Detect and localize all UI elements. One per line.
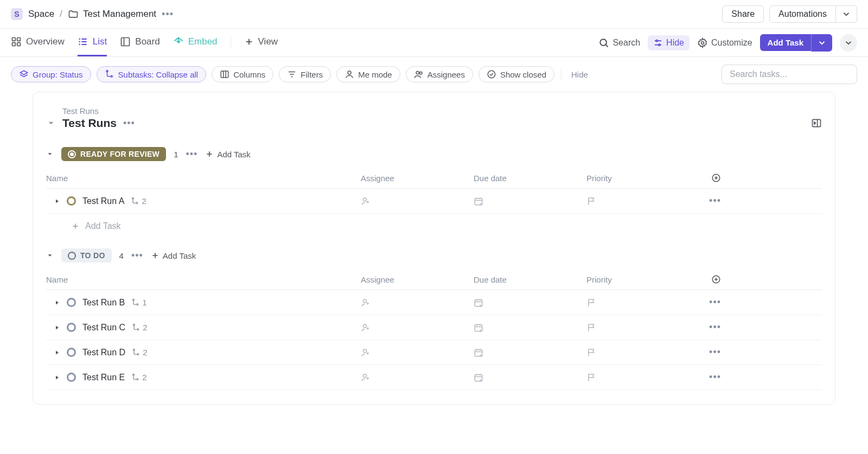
row-name-cell: Test Run A2	[46, 196, 361, 206]
gear-icon	[697, 37, 708, 48]
caret-down-icon[interactable]	[46, 118, 56, 128]
chip-filters[interactable]: Filters	[279, 66, 331, 82]
chip-show-closed[interactable]: Show closed	[478, 66, 554, 82]
status-pill[interactable]: TO DO	[61, 248, 112, 263]
table-row[interactable]: Test Run B1•••	[46, 290, 822, 315]
table-header: NameAssigneeDue datePriority	[46, 168, 822, 189]
priority-cell[interactable]	[586, 298, 699, 308]
add-task-button[interactable]: Add Task	[760, 34, 811, 51]
priority-cell[interactable]	[586, 196, 699, 206]
automations-button[interactable]: Automations	[769, 5, 836, 23]
row-expand-icon[interactable]	[54, 198, 60, 204]
row-status-icon[interactable]	[67, 373, 76, 382]
task-name[interactable]: Test Run D	[82, 348, 125, 357]
row-more-icon[interactable]: •••	[709, 322, 721, 333]
row-more-icon[interactable]: •••	[709, 347, 721, 358]
col-add-header[interactable]	[699, 274, 721, 284]
due-date-cell[interactable]	[474, 348, 586, 357]
row-status-icon[interactable]	[67, 298, 76, 307]
task-name[interactable]: Test Run C	[82, 323, 125, 332]
filters-hide-button[interactable]: Hide	[568, 70, 588, 79]
tab-board[interactable]: Board	[120, 29, 159, 56]
share-button[interactable]: Share	[722, 5, 764, 23]
automations-caret-button[interactable]	[836, 5, 857, 23]
expand-round-button[interactable]	[840, 34, 857, 52]
card-more-icon[interactable]: •••	[123, 118, 135, 129]
customize-action[interactable]: Customize	[697, 37, 752, 48]
task-name[interactable]: Test Run A	[82, 196, 124, 206]
task-name[interactable]: Test Run E	[82, 373, 125, 382]
subtask-count[interactable]: 2	[132, 348, 147, 357]
row-status-icon[interactable]	[67, 348, 76, 357]
collapse-panel-icon[interactable]	[811, 118, 822, 129]
assignee-cell[interactable]	[361, 323, 474, 332]
priority-cell[interactable]	[586, 373, 699, 382]
assignee-cell[interactable]	[361, 298, 474, 308]
row-expand-icon[interactable]	[54, 349, 60, 356]
status-pill[interactable]: READY FOR REVIEW	[61, 147, 166, 161]
assignee-cell[interactable]	[361, 196, 474, 206]
tabs-right: Search Hide Customize Add Task	[598, 34, 857, 52]
subtask-count[interactable]: 2	[131, 196, 146, 206]
svg-point-71	[363, 324, 367, 328]
subtask-count[interactable]: 1	[131, 298, 146, 307]
tab-add-view[interactable]: View	[244, 29, 278, 56]
add-task-caret-button[interactable]	[811, 34, 832, 52]
row-more-icon[interactable]: •••	[709, 195, 721, 207]
due-date-cell[interactable]	[474, 196, 586, 206]
col-assignee-header[interactable]: Assignee	[361, 174, 474, 183]
subtask-count[interactable]: 2	[131, 373, 146, 382]
breadcrumb-folder[interactable]: Test Management	[68, 9, 156, 20]
col-due-header[interactable]: Due date	[474, 275, 586, 284]
group-more-icon[interactable]: •••	[131, 250, 143, 261]
search-action[interactable]: Search	[598, 37, 640, 48]
tab-list[interactable]: List	[78, 29, 107, 56]
assignee-cell[interactable]	[361, 348, 474, 357]
due-date-cell[interactable]	[474, 298, 586, 308]
breadcrumb-space[interactable]: Space	[28, 9, 54, 20]
col-add-header[interactable]	[699, 173, 721, 183]
group-more-icon[interactable]: •••	[186, 149, 197, 160]
row-more-icon[interactable]: •••	[709, 372, 721, 383]
breadcrumb-more-icon[interactable]: •••	[162, 9, 174, 20]
search-tasks-input[interactable]	[722, 65, 857, 84]
chip-assignees[interactable]: Assignees	[406, 66, 473, 82]
col-priority-header[interactable]: Priority	[586, 275, 699, 284]
col-name-header[interactable]: Name	[46, 174, 361, 183]
row-status-icon[interactable]	[67, 323, 76, 332]
col-due-header[interactable]: Due date	[474, 174, 586, 183]
group-add-task-button[interactable]: Add Task	[151, 251, 196, 260]
tab-embed[interactable]: Embed	[173, 29, 218, 56]
row-status-icon[interactable]	[67, 196, 76, 206]
row-expand-icon[interactable]	[54, 299, 60, 306]
col-assignee-header[interactable]: Assignee	[361, 275, 474, 284]
group-caret-icon[interactable]	[46, 252, 54, 259]
group-caret-icon[interactable]	[46, 150, 54, 158]
row-expand-icon[interactable]	[54, 374, 60, 381]
chip-group-status[interactable]: Group: Status	[11, 66, 91, 82]
table-row[interactable]: Test Run D2•••	[46, 340, 822, 365]
col-name-header[interactable]: Name	[46, 275, 361, 284]
task-name[interactable]: Test Run B	[82, 298, 125, 308]
table-row[interactable]: Test Run A2•••	[46, 189, 822, 214]
table-row[interactable]: Test Run E2•••	[46, 365, 822, 390]
tab-overview[interactable]: Overview	[11, 29, 65, 56]
add-task-row[interactable]: Add Task	[46, 214, 822, 231]
space-badge[interactable]: S	[11, 8, 23, 20]
table-row[interactable]: Test Run C2•••	[46, 315, 822, 340]
group-add-task-button[interactable]: Add Task	[205, 150, 250, 159]
due-date-cell[interactable]	[474, 323, 586, 332]
chip-subtasks[interactable]: Subtasks: Collapse all	[97, 66, 207, 82]
row-more-icon[interactable]: •••	[709, 297, 721, 308]
subtask-count[interactable]: 2	[132, 323, 147, 332]
row-expand-icon[interactable]	[54, 324, 60, 331]
check-circle-icon	[487, 69, 496, 79]
due-date-cell[interactable]	[474, 373, 586, 382]
chip-columns[interactable]: Columns	[212, 66, 273, 82]
chip-me-mode[interactable]: Me mode	[336, 66, 400, 82]
hide-action[interactable]: Hide	[648, 35, 690, 50]
col-priority-header[interactable]: Priority	[586, 174, 699, 183]
priority-cell[interactable]	[586, 348, 699, 357]
priority-cell[interactable]	[586, 323, 699, 332]
assignee-cell[interactable]	[361, 373, 474, 382]
